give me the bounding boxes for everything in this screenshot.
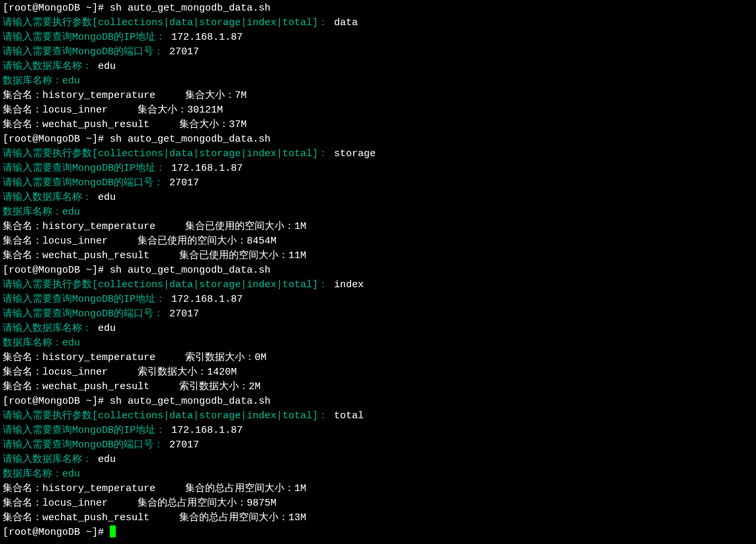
collection-row: 集合名：history_temperature 集合已使用的空间大小：1M xyxy=(3,220,753,234)
collection-row: 集合名：wechat_push_result 索引数据大小：2M xyxy=(3,380,753,394)
dbname-prompt-line: 请输入数据库名称： edu xyxy=(3,60,753,74)
ip-prompt-line: 请输入需要查询MongoDB的IP地址： 172.168.1.87 xyxy=(3,161,753,176)
dbname-prompt-line: 请输入数据库名称： edu xyxy=(3,191,753,205)
collection-row: 集合名：history_temperature 集合大小：7M xyxy=(3,89,753,103)
collection-row: 集合名：locus_inner 集合的总占用空间大小：9875M xyxy=(3,496,753,511)
collection-row: 集合名：wechat_push_result 集合已使用的空间大小：11M xyxy=(3,249,753,263)
collection-row: 集合名：wechat_push_result 集合的总占用空间大小：13M xyxy=(3,511,753,525)
prompt-line: [root@MongoDB ~]# sh auto_get_mongodb_da… xyxy=(3,263,753,278)
ip-prompt-line: 请输入需要查询MongoDB的IP地址： 172.168.1.87 xyxy=(3,293,753,307)
param-prompt-line: 请输入需要执行参数[collections|data|storage|index… xyxy=(3,16,753,30)
cursor xyxy=(110,525,116,537)
ip-prompt-line: 请输入需要查询MongoDB的IP地址： 172.168.1.87 xyxy=(3,424,753,438)
collection-row: 集合名：history_temperature 索引数据大小：0M xyxy=(3,351,753,365)
collection-row: 集合名：locus_inner 索引数据大小：1420M xyxy=(3,365,753,380)
port-prompt-line: 请输入需要查询MongoDB的端口号： 27017 xyxy=(3,307,753,322)
collection-row: 集合名：locus_inner 集合大小：30121M xyxy=(3,103,753,118)
param-prompt-line: 请输入需要执行参数[collections|data|storage|index… xyxy=(3,147,753,161)
port-prompt-line: 请输入需要查询MongoDB的端口号： 27017 xyxy=(3,176,753,191)
prompt-line: [root@MongoDB ~]# sh auto_get_mongodb_da… xyxy=(3,132,753,147)
port-prompt-line: 请输入需要查询MongoDB的端口号： 27017 xyxy=(3,45,753,60)
param-prompt-line: 请输入需要执行参数[collections|data|storage|index… xyxy=(3,278,753,293)
dbname-prompt-line: 请输入数据库名称： edu xyxy=(3,322,753,336)
ip-prompt-line: 请输入需要查询MongoDB的IP地址： 172.168.1.87 xyxy=(3,30,753,45)
dbtitle-line: 数据库名称：edu xyxy=(3,336,753,351)
terminal-output: [root@MongoDB ~]# sh auto_get_mongodb_da… xyxy=(3,1,753,540)
collection-row: 集合名：history_temperature 集合的总占用空间大小：1M xyxy=(3,482,753,496)
dbtitle-line: 数据库名称：edu xyxy=(3,74,753,89)
prompt-line: [root@MongoDB ~]# sh auto_get_mongodb_da… xyxy=(3,394,753,409)
final-prompt-line[interactable]: [root@MongoDB ~]# xyxy=(3,525,753,540)
port-prompt-line: 请输入需要查询MongoDB的端口号： 27017 xyxy=(3,438,753,453)
collection-row: 集合名：locus_inner 集合已使用的空间大小：8454M xyxy=(3,234,753,249)
param-prompt-line: 请输入需要执行参数[collections|data|storage|index… xyxy=(3,409,753,424)
dbtitle-line: 数据库名称：edu xyxy=(3,467,753,482)
dbname-prompt-line: 请输入数据库名称： edu xyxy=(3,453,753,467)
shell-prompt: [root@MongoDB ~]# xyxy=(3,527,110,538)
collection-row: 集合名：wechat_push_result 集合大小：37M xyxy=(3,118,753,132)
prompt-line: [root@MongoDB ~]# sh auto_get_mongodb_da… xyxy=(3,1,753,16)
dbtitle-line: 数据库名称：edu xyxy=(3,205,753,220)
